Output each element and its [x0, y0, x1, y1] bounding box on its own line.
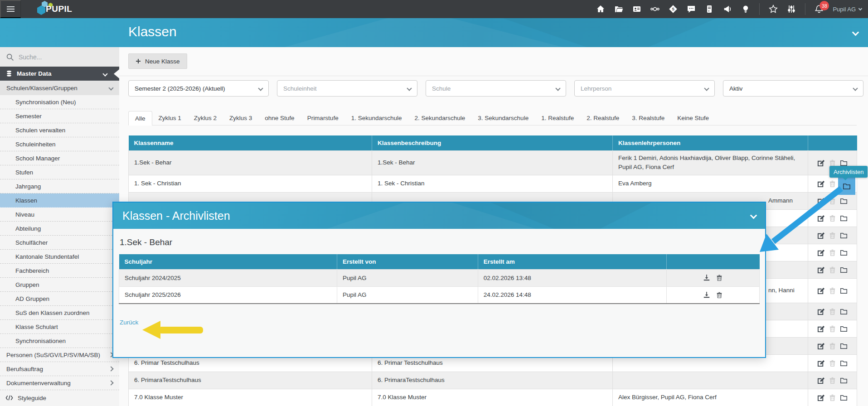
- tab-zyklus-2[interactable]: Zyklus 2: [188, 111, 223, 125]
- delete-icon[interactable]: [829, 197, 836, 205]
- delete-icon[interactable]: [829, 232, 836, 239]
- edit-icon[interactable]: [817, 232, 825, 239]
- contact-card-icon[interactable]: [632, 5, 641, 14]
- delete-icon[interactable]: [829, 214, 836, 222]
- delete-icon[interactable]: [829, 266, 836, 274]
- table-row[interactable]: 1. Sek - Christian 1. Sek - Christian Ev…: [129, 175, 857, 192]
- folder-icon[interactable]: [614, 5, 623, 14]
- edit-icon[interactable]: [817, 159, 825, 167]
- delete-icon[interactable]: [829, 377, 836, 384]
- tab-alle[interactable]: Alle: [128, 111, 152, 126]
- notifications-bell-icon[interactable]: 38: [815, 5, 824, 14]
- star-icon[interactable]: [769, 5, 778, 14]
- sidebar-section-berufsauftrag[interactable]: Berufsauftrag: [0, 362, 119, 376]
- delete-icon[interactable]: [829, 325, 836, 333]
- delete-icon[interactable]: [829, 359, 836, 367]
- sidebar-item-semester[interactable]: Semester: [0, 109, 119, 123]
- hamburger-menu-icon[interactable]: [0, 0, 21, 18]
- delete-icon[interactable]: [829, 249, 836, 256]
- chat-icon[interactable]: [687, 5, 696, 14]
- lightbulb-icon[interactable]: [741, 5, 750, 14]
- table-row[interactable]: 6. PrimaraTestschulhaus 6. PrimaraTestsc…: [129, 372, 857, 389]
- sidebar-item-kantonale-stundentafel[interactable]: Kantonale Stundentafel: [0, 250, 119, 264]
- sidebar-section-personen[interactable]: Personen (SuS/GV/LP/SV/MA/SB): [0, 348, 119, 362]
- pupil-logo[interactable]: PUPIL: [21, 0, 84, 18]
- sidebar-item-jahrgang[interactable]: Jahrgang: [0, 179, 119, 193]
- user-menu[interactable]: Pupil AG: [833, 6, 862, 13]
- sidebar-item-synchronisationen[interactable]: Synchronisationen: [0, 334, 119, 348]
- sidebar-group-schulen-klassen-gruppen[interactable]: Schulen/Klassen/Gruppen: [0, 81, 119, 95]
- sidebar-item-gruppen[interactable]: Gruppen: [0, 278, 119, 292]
- circles-icon[interactable]: [650, 5, 659, 14]
- tab-2-realstufe[interactable]: 2. Realstufe: [580, 111, 626, 125]
- archive-folder-icon[interactable]: [840, 394, 848, 401]
- sidebar-item-stufen[interactable]: Stufen: [0, 165, 119, 179]
- archive-folder-icon[interactable]: [840, 377, 848, 384]
- delete-icon[interactable]: [829, 308, 836, 315]
- sliders-icon[interactable]: [787, 5, 796, 14]
- lehrperson-select[interactable]: Lehrperson: [574, 80, 715, 97]
- tab-zyklus-3[interactable]: Zyklus 3: [223, 111, 258, 125]
- back-link[interactable]: Zurück: [120, 319, 138, 326]
- sidebar-item-schulen-verwalten[interactable]: Schulen verwalten: [0, 123, 119, 137]
- col-klassenname[interactable]: Klassenname: [129, 135, 372, 150]
- col-schuljahr[interactable]: Schuljahr: [119, 254, 337, 269]
- tab-3-realstufe[interactable]: 3. Realstufe: [626, 111, 671, 125]
- tab-1-sekundarschule[interactable]: 1. Sekundarschule: [345, 111, 408, 125]
- archive-folder-icon[interactable]: [840, 308, 848, 315]
- sharepoint-icon[interactable]: S: [669, 5, 678, 14]
- delete-icon[interactable]: [716, 291, 723, 299]
- tab-1-realstufe[interactable]: 1. Realstufe: [535, 111, 580, 125]
- edit-icon[interactable]: [817, 359, 825, 367]
- schule-select[interactable]: Schule: [426, 80, 566, 97]
- tab-ohne-stufe[interactable]: ohne Stufe: [258, 111, 301, 125]
- sidebar-item-klasse-schulart[interactable]: Klasse Schulart: [0, 320, 119, 334]
- archive-row[interactable]: Schuljahr 2024/2025 Pupil AG 02.02.2026 …: [119, 269, 760, 286]
- archive-folder-icon[interactable]: [840, 287, 848, 295]
- archive-folder-icon[interactable]: [840, 342, 848, 350]
- aktiv-select[interactable]: Aktiv: [723, 80, 863, 97]
- edit-icon[interactable]: [817, 377, 825, 384]
- collapse-modal-icon[interactable]: [751, 213, 756, 219]
- tab-primarstufe[interactable]: Primarstufe: [301, 111, 345, 125]
- archive-folder-icon[interactable]: [840, 197, 848, 205]
- archive-folder-icon[interactable]: [840, 214, 848, 222]
- edit-icon[interactable]: [817, 197, 825, 205]
- tab-zyklus-1[interactable]: Zyklus 1: [152, 111, 188, 125]
- download-icon[interactable]: [703, 291, 710, 299]
- delete-icon[interactable]: [829, 342, 836, 350]
- search-input[interactable]: [19, 53, 105, 61]
- edit-icon[interactable]: [817, 342, 825, 350]
- sidebar-item-school-manager[interactable]: School Manager: [0, 151, 119, 165]
- delete-icon[interactable]: [829, 159, 836, 167]
- sidebar-item-schulfaecher[interactable]: Schulfächer: [0, 236, 119, 250]
- table-row[interactable]: 7.0 Klasse Muster 7.0 Klasse Muster Alex…: [129, 389, 857, 406]
- sidebar-section-master-data[interactable]: Master Data: [0, 67, 119, 81]
- edit-icon[interactable]: [817, 394, 825, 401]
- edit-icon[interactable]: [817, 180, 825, 188]
- archive-row[interactable]: Schuljahr 2025/2026 Pupil AG 24.02.2026 …: [119, 286, 760, 304]
- delete-icon[interactable]: [716, 274, 723, 281]
- collapse-header-icon[interactable]: [853, 29, 858, 36]
- sidebar-item-ad-gruppen[interactable]: AD Gruppen: [0, 292, 119, 306]
- edit-icon[interactable]: [817, 266, 825, 274]
- sidebar-item-klassen[interactable]: Klassen: [0, 193, 119, 208]
- download-icon[interactable]: [703, 274, 710, 281]
- kiosk-icon[interactable]: [705, 5, 714, 14]
- delete-icon[interactable]: [829, 180, 836, 188]
- tab-keine-stufe[interactable]: Keine Stufe: [671, 111, 715, 125]
- sidebar-item-schuleinheiten[interactable]: Schuleinheiten: [0, 137, 119, 151]
- edit-icon[interactable]: [817, 308, 825, 315]
- archive-folder-icon[interactable]: [840, 159, 848, 167]
- sidebar-item-niveau[interactable]: Niveau: [0, 208, 119, 222]
- sidebar-item-styleguide[interactable]: Styleguide: [0, 390, 119, 406]
- home-icon[interactable]: [596, 5, 605, 14]
- sidebar-item-sus-den-klassen-zuordnen[interactable]: SuS den Klassen zuordnen: [0, 306, 119, 320]
- archive-folder-icon[interactable]: [840, 249, 848, 256]
- edit-icon[interactable]: [817, 214, 825, 222]
- edit-icon[interactable]: [817, 287, 825, 295]
- col-erstellt-von[interactable]: Erstellt von: [337, 254, 478, 269]
- sidebar-item-fachbereich[interactable]: Fachbereich: [0, 264, 119, 278]
- semester-select[interactable]: Semester 2 (2025-2026) (Aktuell): [128, 80, 269, 97]
- col-klassenlehrpersonen[interactable]: Klassenlehrpersonen: [613, 135, 808, 150]
